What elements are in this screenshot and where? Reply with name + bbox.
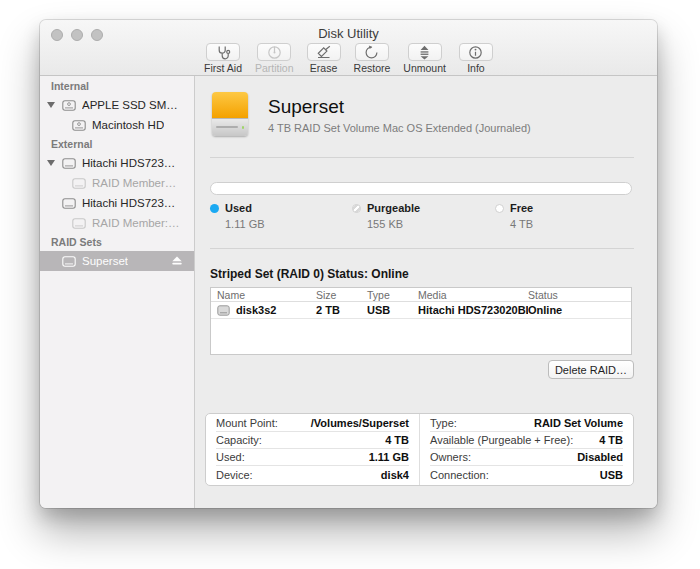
detail-row: Connection: USB (430, 466, 623, 483)
window-title: Disk Utility (40, 26, 657, 41)
detail-label: Available (Purgeable + Free): (430, 434, 573, 446)
unmount-icon (408, 43, 442, 61)
disk-utility-window: Disk Utility First Aid (40, 20, 657, 508)
drive-icon-slot (216, 126, 238, 128)
drive-icon-top (212, 92, 248, 118)
disclosure-triangle-icon[interactable] (47, 102, 55, 108)
erase-button[interactable]: Erase (307, 43, 341, 74)
sidebar-item-raid-member-1[interactable]: RAID Member… (40, 173, 194, 193)
disclosure-triangle-icon[interactable] (47, 160, 55, 166)
sidebar-section-internal: Internal (40, 77, 194, 95)
external-disk-icon (62, 198, 76, 209)
internal-disk-icon (62, 100, 76, 111)
partition-label: Partition (255, 62, 294, 74)
sidebar-section-raid-sets: RAID Sets (40, 233, 194, 251)
sidebar-item-label: Hitachi HDS723… (82, 197, 175, 209)
raid-set-icon (62, 256, 76, 267)
volume-details-panel: Mount Point: /Volumes/Superset Capacity:… (205, 413, 634, 486)
table-row[interactable]: disk3s2 2 TB USB Hitachi HDS723020BLA642… (211, 302, 631, 319)
sidebar-item-hitachi-1[interactable]: Hitachi HDS723… (40, 153, 194, 173)
desktop-background: Disk Utility First Aid (0, 0, 700, 569)
sidebar-item-label: Superset (82, 255, 128, 267)
volume-subtitle: 4 TB RAID Set Volume Mac OS Extended (Jo… (268, 122, 531, 134)
detail-label: Owners: (430, 451, 471, 463)
detail-value: /Volumes/Superset (311, 417, 409, 429)
legend-used: Used 1.11 GB (210, 202, 265, 230)
detail-label: Mount Point: (216, 417, 278, 429)
divider (210, 157, 634, 158)
detail-value: 1.11 GB (369, 451, 409, 463)
column-header-size[interactable]: Size (316, 289, 367, 301)
sidebar-item-label: APPLE SSD SM… (82, 99, 178, 111)
cell-type: USB (367, 304, 418, 316)
external-disk-icon (62, 158, 76, 169)
detail-value: 4 TB (385, 434, 409, 446)
sidebar-item-apple-ssd[interactable]: APPLE SSD SM… (40, 95, 194, 115)
disk-icon (217, 305, 230, 316)
eject-icon[interactable] (171, 256, 183, 268)
detail-row: Available (Purgeable + Free): 4 TB (430, 432, 623, 449)
window-chrome: Disk Utility First Aid (40, 20, 657, 76)
legend-value: 155 KB (367, 218, 420, 230)
purgeable-swatch-icon (352, 204, 361, 213)
volume-drive-icon (212, 92, 248, 136)
detail-value: disk4 (381, 469, 409, 481)
divider (210, 248, 634, 249)
unmount-label: Unmount (403, 62, 446, 74)
legend-label: Free (510, 202, 533, 214)
detail-value: RAID Set Volume (534, 417, 623, 429)
cell-name: disk3s2 (236, 304, 276, 316)
cell-status: Online (528, 304, 631, 316)
detail-value: Disabled (577, 451, 623, 463)
detail-label: Capacity: (216, 434, 262, 446)
column-header-media[interactable]: Media (418, 289, 528, 301)
details-left-column: Mount Point: /Volumes/Superset Capacity:… (206, 414, 420, 485)
first-aid-button[interactable]: First Aid (204, 43, 242, 74)
info-button[interactable]: Info (459, 43, 493, 74)
legend-value: 1.11 GB (225, 218, 265, 230)
cell-size: 2 TB (316, 304, 367, 316)
column-header-type[interactable]: Type (367, 289, 418, 301)
info-label: Info (467, 62, 485, 74)
legend-value: 4 TB (510, 218, 533, 230)
volume-title: Superset (268, 96, 344, 118)
legend-purgeable: Purgeable 155 KB (352, 202, 420, 230)
detail-row: Type: RAID Set Volume (430, 415, 623, 432)
column-header-name[interactable]: Name (211, 289, 316, 301)
detail-value: 4 TB (599, 434, 623, 446)
legend-label: Purgeable (367, 202, 420, 214)
legend-label: Used (225, 202, 252, 214)
sidebar-section-external: External (40, 135, 194, 153)
cell-media: Hitachi HDS723020BLA642 (418, 304, 528, 316)
external-disk-icon (72, 178, 86, 189)
external-disk-icon (72, 218, 86, 229)
detail-row: Owners: Disabled (430, 449, 623, 466)
detail-label: Connection: (430, 469, 489, 481)
detail-row: Device: disk4 (216, 466, 409, 483)
column-header-status[interactable]: Status (528, 289, 631, 301)
used-swatch-icon (210, 204, 219, 213)
detail-label: Used: (216, 451, 245, 463)
free-swatch-icon (495, 204, 504, 213)
sidebar-item-hitachi-2[interactable]: Hitachi HDS723… (40, 193, 194, 213)
erase-label: Erase (310, 62, 337, 74)
delete-raid-button[interactable]: Delete RAID… (548, 360, 634, 379)
detail-row: Used: 1.11 GB (216, 449, 409, 466)
unmount-button[interactable]: Unmount (403, 43, 446, 74)
restore-button[interactable]: Restore (354, 43, 391, 74)
detail-row: Capacity: 4 TB (216, 432, 409, 449)
sidebar-item-macintosh-hd[interactable]: Macintosh HD (40, 115, 194, 135)
drive-icon-bottom (212, 118, 248, 136)
detail-row: Mount Point: /Volumes/Superset (216, 415, 409, 432)
sidebar-item-superset[interactable]: Superset (40, 251, 194, 271)
table-header-row: Name Size Type Media Status (211, 288, 631, 302)
internal-disk-icon (72, 120, 86, 131)
first-aid-label: First Aid (204, 62, 242, 74)
legend-free: Free 4 TB (495, 202, 533, 230)
partition-icon (257, 43, 291, 61)
sidebar-item-label: RAID Member:… (92, 217, 180, 229)
sidebar-item-raid-member-2[interactable]: RAID Member:… (40, 213, 194, 233)
restore-icon (355, 43, 389, 61)
sidebar-item-label: Hitachi HDS723… (82, 157, 175, 169)
toolbar: First Aid Partition (40, 43, 657, 74)
